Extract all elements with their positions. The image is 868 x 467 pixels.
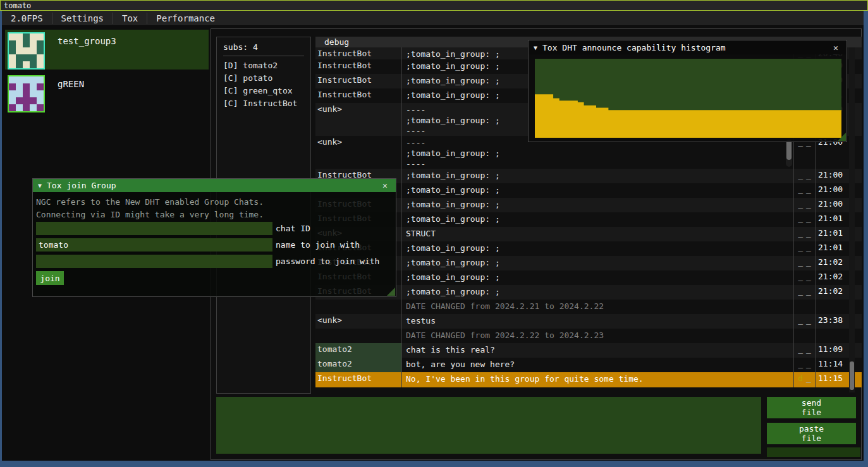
paste-file-button[interactable]: paste file	[767, 423, 856, 444]
menu-item-settings[interactable]: Settings	[52, 11, 113, 26]
chat-row[interactable]: InstructBot;tomato_in_group: ;__21:00	[315, 169, 862, 183]
member-list-item[interactable]: [C] InstructBot	[223, 99, 304, 111]
join-group-dialog: ▼ Tox join Group ✕ NGC refers to the New…	[32, 178, 396, 297]
status-mark: _	[806, 373, 811, 387]
group-name-label: gREEN	[58, 79, 84, 112]
avatar-pixel	[9, 33, 16, 40]
message-cell-scrollbar-thumb[interactable]	[786, 140, 792, 160]
menu-item-performance[interactable]: Performance	[147, 11, 224, 26]
avatar-pixel	[23, 40, 30, 47]
join-dialog-titlebar[interactable]: ▼ Tox join Group ✕	[33, 179, 396, 192]
avatar-pixel	[23, 47, 30, 54]
send-file-button[interactable]: send file	[767, 397, 856, 418]
chat-row[interactable]: InstructBot;tomato_in_group: ;__21:02	[315, 285, 862, 300]
chat-scrollbar[interactable]	[849, 47, 855, 392]
chat-row[interactable]: tomato2bot, are you new here?__11:14	[315, 358, 862, 372]
status-flags: __	[793, 227, 815, 241]
join-field-row: chat ID	[36, 222, 310, 235]
sender-name: InstructBot	[315, 59, 402, 74]
chat-row[interactable]: InstructBotNo, I've been in this group f…	[315, 372, 862, 387]
avatar-pixel	[37, 54, 44, 61]
timestamp: 11:15	[815, 372, 847, 387]
avatar-pixel	[30, 47, 37, 54]
timestamp	[815, 329, 847, 343]
collapse-triangle-icon[interactable]: ▼	[534, 44, 537, 51]
sidebar-item-green[interactable]: gREEN	[5, 73, 209, 112]
sender-name: InstructBot	[315, 372, 402, 387]
message-text: DATE CHANGED from 2024.2.22 to 2024.2.23	[402, 329, 793, 343]
chat-row[interactable]: DATE CHANGED from 2024.2.21 to 2024.2.22	[315, 300, 862, 314]
avatar-pixel	[37, 47, 44, 54]
status-mark: _	[806, 257, 811, 270]
timestamp: 23:38	[815, 314, 847, 329]
message-text: DATE CHANGED from 2024.2.21 to 2024.2.22	[402, 300, 793, 314]
status-flags	[793, 329, 815, 343]
sender-name: InstructBot	[315, 47, 402, 59]
status-mark: d	[798, 373, 803, 387]
chat-scrollbar-thumb[interactable]	[850, 361, 854, 390]
message-input[interactable]	[216, 397, 761, 454]
chat-row[interactable]: <unk>testus__23:38	[315, 314, 862, 329]
timestamp: 21:01	[815, 227, 847, 241]
sidebar-item-test_group3[interactable]: test_group3	[5, 30, 209, 70]
sender-name: <unk>	[315, 314, 402, 329]
sender-name: <unk>	[315, 136, 402, 169]
menu-bar: 2.0FPSSettingsToxPerformance	[2, 11, 864, 26]
status-mark: _	[798, 170, 803, 183]
member-list-item[interactable]: [D] tomato2	[223, 61, 304, 73]
chat-row[interactable]: <unk>STRUCT__21:01	[315, 227, 862, 241]
message-text: chat is this real?	[402, 343, 793, 358]
collapse-triangle-icon[interactable]: ▼	[38, 182, 42, 189]
menu-item-tox[interactable]: Tox	[113, 11, 147, 26]
avatar-pixel	[9, 61, 16, 68]
timestamp: 21:02	[815, 270, 847, 285]
close-icon[interactable]: ✕	[379, 181, 391, 190]
avatar-pixel	[37, 104, 44, 111]
resize-grip-icon[interactable]	[838, 133, 846, 141]
histogram-window-titlebar[interactable]: ▼ Tox DHT announce capability histogram …	[529, 40, 847, 54]
status-flags: __	[793, 256, 815, 270]
avatar-pixel	[23, 97, 30, 104]
status-flags: d_	[793, 372, 815, 387]
chat-row[interactable]: InstructBot;tomato_in_group: ;__21:00	[315, 183, 862, 198]
timestamp: 11:14	[815, 358, 847, 372]
app-window: tomato 2.0FPSSettingsToxPerformance test…	[0, 0, 868, 467]
join-input-password-to-join-with[interactable]	[36, 255, 272, 268]
status-flags: __	[793, 358, 815, 372]
avatar-pixel	[37, 97, 44, 104]
status-flags: __	[793, 198, 815, 212]
menu-item-2-0fps[interactable]: 2.0FPS	[2, 11, 52, 26]
join-button[interactable]: join	[36, 271, 64, 285]
timestamp: 21:00	[815, 183, 847, 198]
chat-row[interactable]: tomato2chat is this real?__11:09	[315, 343, 862, 358]
avatar-pixel	[9, 97, 16, 104]
window-titlebar[interactable]: tomato	[0, 0, 868, 11]
sender-name	[315, 300, 402, 314]
message-text: ;tomato_in_group: ;	[402, 270, 793, 285]
member-list-item[interactable]: [C] potato	[223, 73, 304, 86]
avatar-pixel	[9, 47, 16, 54]
chat-row[interactable]: InstructBot;tomato_in_group: ;__21:00	[315, 198, 862, 212]
chat-row[interactable]: InstructBot;tomato_in_group: ;__21:02	[315, 256, 862, 270]
resize-grip-icon[interactable]	[387, 288, 395, 296]
join-input-chat-id[interactable]	[36, 222, 272, 235]
message-cell-scrollbar[interactable]	[786, 138, 792, 167]
chat-row[interactable]: DATE CHANGED from 2024.2.22 to 2024.2.23	[315, 329, 862, 343]
join-input-name-to-join-with[interactable]	[36, 238, 272, 252]
window-title: tomato	[4, 1, 31, 10]
message-text: ;tomato_in_group: ;	[402, 169, 793, 183]
status-mark: _	[798, 344, 803, 358]
avatar-pixel	[37, 90, 44, 97]
member-list-item[interactable]: [C] green_qtox	[223, 86, 304, 99]
group-name-label: test_group3	[58, 36, 116, 70]
group-avatar	[8, 32, 45, 70]
avatar-pixel	[30, 104, 37, 111]
chat-row[interactable]: InstructBot;tomato_in_group: ;__21:01	[315, 212, 862, 227]
chat-row[interactable]: InstructBot;tomato_in_group: ;__21:01	[315, 241, 862, 256]
avatar-pixel	[9, 90, 16, 97]
message-text: ;tomato_in_group: ;	[402, 183, 793, 198]
close-icon[interactable]: ✕	[830, 43, 841, 52]
join-field-label: chat ID	[276, 224, 310, 233]
chat-row[interactable]: InstructBot;tomato_in_group: ;__21:02	[315, 270, 862, 285]
status-flags: __	[793, 314, 815, 329]
